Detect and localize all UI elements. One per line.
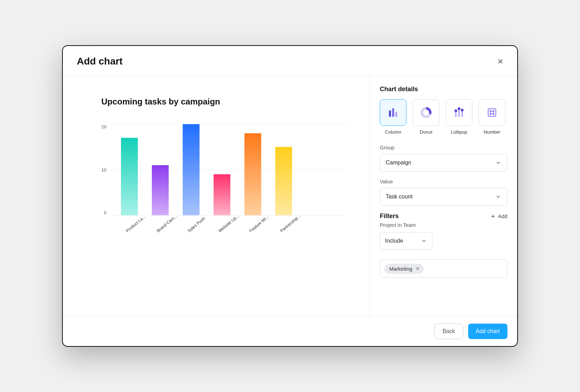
add-chart-modal: Add chart Upcoming tasks by campaign 201… — [62, 45, 518, 347]
group-select-value: Campaign — [386, 160, 411, 166]
chart-title: Upcoming tasks by campaign — [101, 97, 349, 107]
svg-point-5 — [454, 109, 457, 112]
chart-type-number[interactable]: Number — [479, 99, 505, 135]
filter-chip-marketing[interactable]: Marketing — [384, 264, 424, 274]
group-select[interactable]: Campaign — [380, 154, 507, 171]
bar[interactable] — [152, 165, 169, 215]
bar[interactable] — [214, 174, 230, 215]
chart-area: 20100 Product La...Brand Cam...Sales Pus… — [101, 124, 349, 243]
chart-type-label: Donut — [420, 129, 432, 135]
x-tick-label: Sales Push — [187, 219, 203, 234]
chart-type-label: Number — [484, 129, 500, 135]
filter-field-label: Project in Team — [380, 222, 507, 228]
y-axis: 20100 — [101, 124, 110, 215]
svg-rect-10 — [488, 109, 496, 116]
value-select[interactable]: Task count — [380, 188, 507, 205]
y-tick-label: 20 — [101, 124, 106, 129]
chart-type-box — [380, 99, 406, 126]
donut-chart-icon — [419, 106, 433, 120]
group-field-label: Group — [380, 144, 507, 150]
svg-rect-2 — [395, 112, 397, 117]
svg-point-7 — [458, 107, 460, 110]
add-chart-button[interactable]: Add chart — [468, 324, 507, 339]
bar[interactable] — [244, 133, 261, 215]
value-select-value: Task count — [386, 194, 412, 200]
chart-plot: Product La...Brand Cam...Sales PushWebsi… — [110, 124, 349, 215]
filters-title: Filters — [380, 212, 399, 220]
chevron-down-icon — [421, 238, 427, 244]
x-tick-label: Website Up... — [218, 219, 234, 234]
modal-header: Add chart — [63, 46, 517, 76]
x-tick-label: Partnership... — [279, 219, 296, 234]
bar[interactable] — [121, 138, 138, 215]
modal-title: Add chart — [77, 56, 123, 67]
chart-type-box — [413, 99, 439, 126]
chart-type-donut[interactable]: Donut — [413, 99, 439, 135]
chart-type-column[interactable]: Column — [380, 99, 406, 135]
value-field-label: Value — [380, 178, 507, 184]
x-axis-labels: Product La...Brand Cam...Sales PushWebsi… — [110, 219, 349, 224]
y-tick-label: 10 — [101, 167, 106, 173]
chart-type-lollipop[interactable]: Lollipop — [446, 99, 472, 135]
chart-type-grid: ColumnDonutLollipopNumber — [380, 99, 507, 135]
svg-rect-0 — [389, 110, 391, 117]
chart-details-pane: Chart details ColumnDonutLollipopNumber … — [370, 76, 517, 316]
filter-mode-select[interactable]: Include — [380, 232, 432, 250]
number-chart-icon — [485, 106, 499, 120]
bars-container — [110, 124, 349, 215]
filters-header: Filters Add — [380, 212, 507, 220]
modal-footer: Back Add chart — [63, 316, 517, 346]
add-filter-label: Add — [498, 213, 507, 219]
chart-type-label: Column — [385, 129, 402, 135]
add-filter-button[interactable]: Add — [490, 213, 507, 219]
svg-rect-1 — [392, 108, 394, 117]
bar[interactable] — [183, 124, 200, 215]
filter-mode-value: Include — [385, 238, 403, 244]
back-button[interactable]: Back — [434, 324, 463, 339]
close-icon — [497, 58, 504, 65]
x-tick-label: Feature MI... — [249, 219, 265, 234]
column-chart-icon — [386, 106, 400, 120]
chart-type-label: Lollipop — [451, 129, 467, 135]
chart-type-box — [479, 99, 505, 126]
chevron-down-icon — [495, 160, 501, 166]
modal-body: Upcoming tasks by campaign 20100 Product… — [63, 76, 517, 316]
filter-tag-field[interactable]: Marketing — [380, 259, 507, 278]
chart-preview-pane: Upcoming tasks by campaign 20100 Product… — [63, 76, 370, 316]
y-tick-label: 0 — [104, 210, 106, 215]
lollipop-chart-icon — [452, 106, 466, 120]
plus-icon — [490, 214, 496, 219]
close-button[interactable] — [495, 56, 506, 67]
x-tick-label: Brand Cam... — [156, 219, 172, 234]
chart-details-title: Chart details — [380, 86, 507, 93]
x-tick-label: Product La... — [125, 219, 141, 234]
gridline — [110, 215, 349, 216]
bar[interactable] — [275, 147, 292, 215]
chart-type-box — [446, 99, 472, 126]
close-icon[interactable] — [415, 266, 420, 271]
svg-point-9 — [461, 109, 464, 111]
chevron-down-icon — [495, 194, 501, 200]
filter-chip-label: Marketing — [389, 266, 412, 272]
